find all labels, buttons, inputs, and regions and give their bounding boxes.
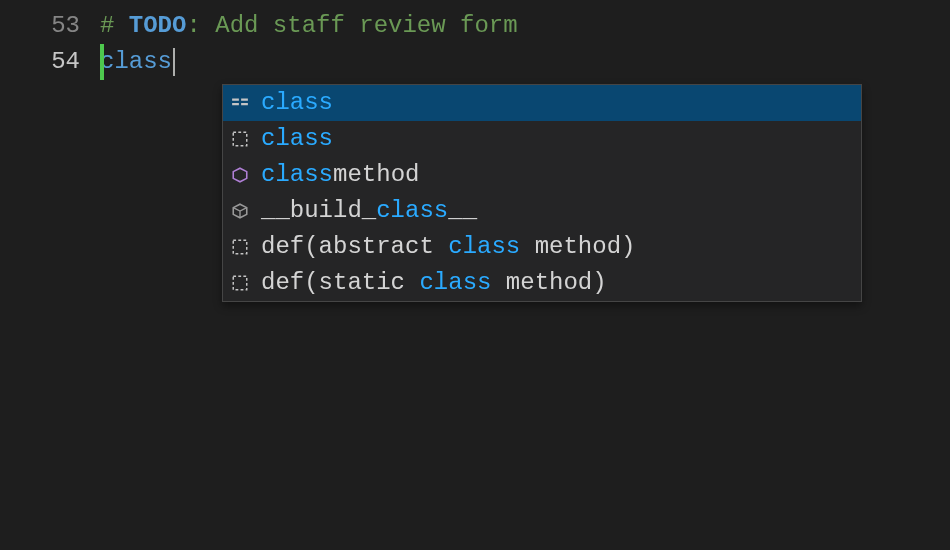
snippet-icon bbox=[229, 236, 251, 258]
svg-rect-2 bbox=[232, 103, 239, 105]
autocomplete-item[interactable]: __build_class__ bbox=[223, 193, 861, 229]
keyword-icon bbox=[229, 92, 251, 114]
code-line-active[interactable]: class bbox=[100, 44, 950, 80]
comment-text: : Add staff review form bbox=[186, 12, 517, 39]
snippet-icon bbox=[229, 128, 251, 150]
active-line-indicator bbox=[100, 44, 104, 80]
autocomplete-label: __build_class__ bbox=[261, 193, 477, 229]
svg-rect-3 bbox=[241, 103, 248, 105]
line-number: 53 bbox=[0, 8, 80, 44]
svg-rect-4 bbox=[233, 132, 247, 146]
svg-rect-1 bbox=[241, 99, 248, 101]
autocomplete-label: class bbox=[261, 85, 333, 121]
autocomplete-label: class bbox=[261, 121, 333, 157]
svg-rect-6 bbox=[233, 276, 247, 290]
code-line[interactable]: # TODO: Add staff review form bbox=[100, 8, 950, 44]
method-icon bbox=[229, 164, 251, 186]
autocomplete-label: def(static class method) bbox=[261, 265, 607, 301]
snippet-icon bbox=[229, 272, 251, 294]
line-number-gutter: 53 54 bbox=[0, 8, 100, 80]
code-area[interactable]: # TODO: Add staff review form class bbox=[100, 8, 950, 80]
svg-rect-5 bbox=[233, 240, 247, 254]
autocomplete-item[interactable]: def(abstract class method) bbox=[223, 229, 861, 265]
module-icon bbox=[229, 200, 251, 222]
autocomplete-label: classmethod bbox=[261, 157, 419, 193]
comment-todo: TODO bbox=[129, 12, 187, 39]
autocomplete-item[interactable]: class bbox=[223, 121, 861, 157]
comment-hash: # bbox=[100, 12, 129, 39]
typed-keyword: class bbox=[100, 48, 172, 75]
svg-rect-0 bbox=[232, 99, 239, 101]
line-number: 54 bbox=[0, 44, 80, 80]
text-cursor bbox=[173, 48, 175, 76]
autocomplete-item[interactable]: classmethod bbox=[223, 157, 861, 193]
autocomplete-label: def(abstract class method) bbox=[261, 229, 635, 265]
autocomplete-item[interactable]: def(static class method) bbox=[223, 265, 861, 301]
autocomplete-item[interactable]: class bbox=[223, 85, 861, 121]
code-editor[interactable]: 53 54 # TODO: Add staff review form clas… bbox=[0, 0, 950, 80]
autocomplete-popup[interactable]: classclassclassmethod__build_class__def(… bbox=[222, 84, 862, 302]
